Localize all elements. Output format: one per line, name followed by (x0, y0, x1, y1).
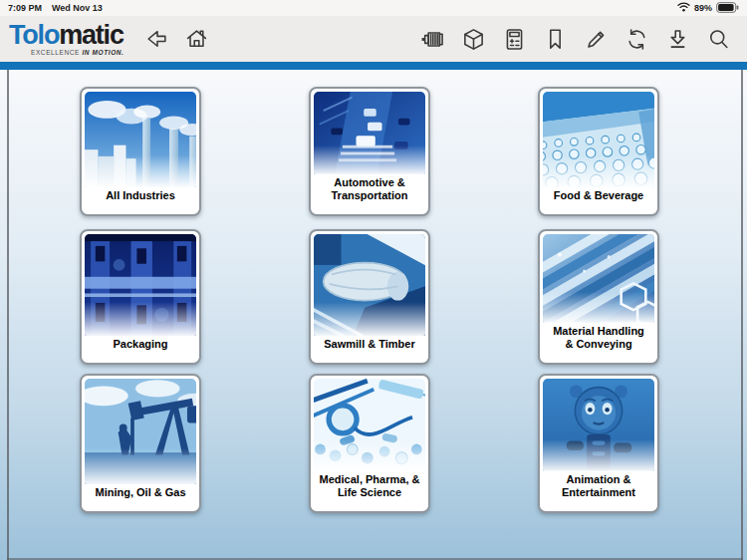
image-fade (543, 155, 654, 188)
cube-icon (461, 27, 486, 52)
calculator-button[interactable] (501, 26, 527, 52)
card-mining-oil-gas[interactable]: Mining, Oil & Gas (80, 374, 201, 513)
tagline-regular: EXCELLENCE (31, 49, 80, 56)
search-icon (706, 27, 731, 52)
card-label: Material Handling & Conveying (543, 323, 654, 361)
grid-row-2: Packaging (0, 229, 747, 365)
card-label: Automotive & Transportation (314, 174, 425, 212)
tagline-bold: IN MOTION. (82, 49, 124, 56)
status-time: 7:09 PM (8, 3, 42, 13)
status-date: Wed Nov 13 (52, 3, 103, 13)
home-button[interactable] (184, 26, 210, 52)
card-label: Sawmill & Timber (314, 336, 425, 360)
card-material-handling-conveying[interactable]: Material Handling & Conveying (538, 229, 659, 365)
card-label: Animation & Entertainment (543, 471, 654, 509)
products-button[interactable] (419, 26, 445, 52)
highway-traffic-image (314, 92, 425, 174)
image-fade (85, 155, 196, 188)
content-area: All Industries (0, 70, 747, 560)
bookmark-icon (543, 27, 568, 52)
annotate-button[interactable] (583, 26, 609, 52)
brand-accent-bar (0, 62, 747, 70)
status-bar: 7:09 PM Wed Nov 13 89% (0, 0, 747, 16)
sync-button[interactable] (623, 26, 649, 52)
sawmill-log-image (314, 234, 425, 336)
card-food-beverage[interactable]: Food & Beverage (538, 87, 659, 216)
card-label: Mining, Oil & Gas (85, 484, 196, 508)
oil-pumpjack-image (85, 379, 196, 484)
back-button[interactable] (144, 26, 170, 52)
nav-icons (144, 26, 210, 52)
image-fade (314, 302, 425, 337)
logo-text-black: matic (59, 20, 124, 50)
grid-row-1: All Industries (0, 87, 747, 216)
card-sawmill-timber[interactable]: Sawmill & Timber (309, 229, 430, 365)
download-icon (665, 27, 690, 52)
wifi-icon (677, 2, 690, 14)
image-fade (543, 439, 654, 470)
status-right: 89% (677, 2, 739, 15)
pencil-icon (584, 27, 609, 52)
app-screen: 7:09 PM Wed Nov 13 89% Tolomatic EXCELLE… (0, 0, 747, 560)
tolomatic-logo: Tolomatic EXCELLENCE IN MOTION. (9, 22, 124, 57)
card-label: Packaging (85, 336, 196, 360)
grid-row-3: Mining, Oil & Gas (0, 374, 747, 513)
logo-tagline: EXCELLENCE IN MOTION. (9, 50, 124, 57)
logo-wordmark: Tolomatic (9, 22, 124, 49)
image-fade (85, 302, 196, 337)
card-automotive-transportation[interactable]: Automotive & Transportation (309, 87, 430, 216)
toolbar-actions (419, 26, 747, 52)
card-packaging[interactable]: Packaging (80, 229, 201, 365)
motor-icon (420, 27, 445, 52)
battery-percent: 89% (694, 3, 712, 13)
image-fade (314, 439, 425, 470)
page-edge-left (7, 70, 9, 560)
page-edge-right (741, 70, 743, 560)
card-medical-pharma-life-science[interactable]: Medical, Pharma, & Life Science (309, 374, 430, 513)
battery-icon (716, 2, 739, 15)
toolbar: Tolomatic EXCELLENCE IN MOTION. (0, 16, 747, 62)
search-button[interactable] (705, 26, 731, 52)
image-fade (85, 448, 196, 484)
conveyor-rollers-image (543, 234, 654, 323)
logo-text-blue: Tolo (9, 20, 59, 50)
status-left: 7:09 PM Wed Nov 13 (8, 3, 103, 13)
bottling-line-image (543, 92, 654, 187)
image-fade (314, 145, 425, 173)
back-icon (144, 27, 169, 52)
card-label: Food & Beverage (543, 187, 654, 211)
card-animation-entertainment[interactable]: Animation & Entertainment (538, 374, 659, 513)
3d-viewer-button[interactable] (460, 26, 486, 52)
calculator-icon (502, 27, 527, 52)
bookmarks-button[interactable] (542, 26, 568, 52)
home-icon (184, 27, 209, 52)
sync-icon (624, 27, 649, 52)
factory-smokestacks-image (85, 92, 196, 187)
packaging-machine-image (85, 234, 196, 336)
card-label: Medical, Pharma, & Life Science (314, 471, 425, 509)
medical-instruments-image (314, 379, 425, 471)
animatronic-robot-image (543, 379, 654, 471)
image-fade (543, 292, 654, 322)
card-label: All Industries (85, 187, 196, 211)
card-all-industries[interactable]: All Industries (80, 87, 201, 216)
downloads-button[interactable] (664, 26, 690, 52)
